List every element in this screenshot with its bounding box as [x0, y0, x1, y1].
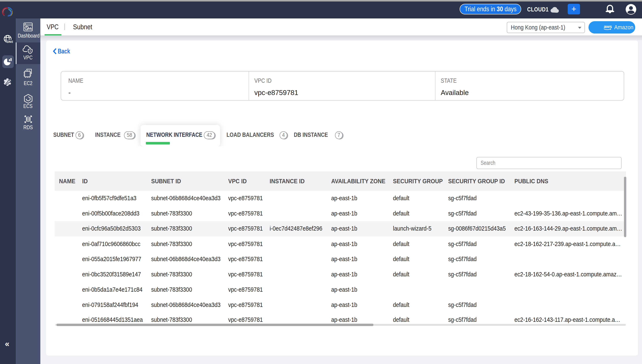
- svg-text:aws: aws: [604, 24, 612, 29]
- svg-text:DNS: DNS: [7, 40, 13, 44]
